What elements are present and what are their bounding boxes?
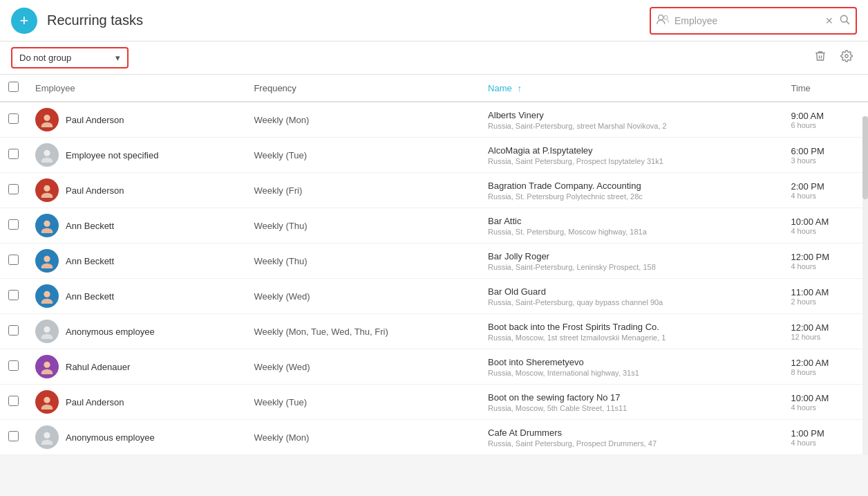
employee-search-input[interactable] [674, 15, 820, 26]
frequency-cell: Weekly (Tue) [245, 138, 480, 173]
avatar [35, 284, 59, 308]
time-value: 12:00 PM [791, 252, 860, 262]
sort-arrow-icon: ↑ [517, 83, 522, 93]
employee-name-label: Paul Anderson [66, 397, 124, 407]
employee-cell: Anonymous employee [35, 425, 237, 449]
name-cell[interactable]: Bagration Trade Company. AccountingRussi… [480, 173, 782, 208]
employee-name-label: Employee not specified [66, 150, 158, 160]
svg-point-18 [41, 334, 53, 339]
row-checkbox[interactable] [8, 325, 19, 336]
task-name: Cafe At Drummers [488, 428, 774, 438]
svg-point-12 [41, 228, 53, 233]
name-cell[interactable]: Boot into SheremetyevoRussia, Moscow, In… [480, 349, 782, 385]
name-cell[interactable]: Bar Old GuardRussia, Saint-Petersburg, q… [480, 279, 782, 314]
select-all-checkbox[interactable] [8, 82, 19, 92]
delete-button[interactable] [810, 47, 831, 68]
task-address: Russia, Saint-Petersburg, street Marshal… [488, 122, 774, 130]
frequency-cell: Weekly (Mon) [245, 102, 480, 138]
add-button[interactable]: + [11, 8, 37, 34]
svg-point-19 [44, 362, 50, 368]
scrollbar-track[interactable] [862, 116, 868, 455]
table-row: Anonymous employeeWeekly (Mon, Tue, Wed,… [0, 314, 868, 349]
time-value: 11:00 AM [791, 287, 860, 297]
svg-point-15 [44, 291, 50, 297]
svg-point-9 [44, 185, 50, 192]
employee-name-label: Anonymous employee [66, 432, 155, 443]
name-cell[interactable]: Bar AtticRussia, St. Petersburg, Moscow … [480, 208, 782, 244]
avatar [35, 108, 59, 131]
header: + Recurring tasks ✕ [0, 0, 868, 42]
frequency-cell: Weekly (Mon, Tue, Wed, Thu, Fri) [245, 314, 480, 349]
table-row: Paul AndersonWeekly (Fri)Bagration Trade… [0, 173, 868, 208]
time-cell: 6:00 PM3 hours [782, 138, 868, 173]
plus-icon: + [20, 12, 29, 30]
employee-cell: Paul Anderson [35, 108, 237, 131]
svg-point-1 [664, 15, 668, 19]
employee-cell: Paul Anderson [35, 390, 237, 414]
row-checkbox[interactable] [8, 360, 19, 371]
avatar [35, 178, 59, 202]
duration-value: 4 hours [791, 192, 860, 200]
name-cell[interactable]: Bar Jolly RogerRussia, Saint-Petersburg,… [480, 244, 782, 279]
main-wrapper: Employee Frequency Name ↑ Time Paul Ande… [0, 75, 868, 455]
recurring-tasks-table: Employee Frequency Name ↑ Time Paul Ande… [0, 75, 868, 455]
group-select[interactable]: Do not group ▾ [11, 47, 129, 68]
name-cell[interactable]: Boot on the sewing factory No 17Russia, … [480, 385, 782, 420]
name-cell[interactable]: Boot back into the Frost Spirits Trading… [480, 314, 782, 349]
task-name: Bar Old Guard [488, 286, 774, 297]
time-value: 1:00 PM [791, 428, 860, 439]
header-frequency: Frequency [245, 75, 480, 102]
task-address: Russia, Moscow, 5th Cable Street, 11s11 [488, 404, 774, 412]
scrollbar-thumb[interactable] [862, 116, 868, 199]
row-checkbox[interactable] [8, 219, 19, 230]
task-name: Bar Attic [488, 216, 774, 226]
row-checkbox[interactable] [8, 396, 19, 406]
row-checkbox[interactable] [8, 255, 19, 265]
toolbar-right [810, 47, 857, 68]
svg-point-16 [41, 299, 53, 304]
avatar [35, 355, 59, 378]
employee-name-label: Ann Beckett [66, 221, 114, 231]
duration-value: 6 hours [791, 121, 860, 129]
close-icon[interactable]: ✕ [825, 15, 833, 26]
employee-name-label: Paul Anderson [66, 185, 124, 196]
employee-name-label: Paul Anderson [66, 115, 124, 125]
search-icon[interactable] [839, 14, 850, 27]
task-name: Bar Jolly Roger [488, 251, 774, 261]
svg-point-10 [41, 193, 53, 198]
table-header-row: Employee Frequency Name ↑ Time [0, 75, 868, 102]
svg-point-14 [41, 264, 53, 268]
employee-cell: Ann Beckett [35, 249, 237, 273]
row-checkbox[interactable] [8, 184, 19, 194]
row-checkbox[interactable] [8, 149, 19, 159]
time-value: 12:00 AM [791, 358, 860, 368]
frequency-cell: Weekly (Thu) [245, 208, 480, 244]
avatar [35, 390, 59, 414]
settings-button[interactable] [836, 47, 857, 68]
svg-point-24 [41, 440, 53, 445]
name-cell[interactable]: Cafe At DrummersRussia, Saint Petersburg… [480, 420, 782, 455]
time-value: 12:00 AM [791, 322, 860, 333]
duration-value: 4 hours [791, 403, 860, 412]
task-address: Russia, Moscow, International highway, 3… [488, 369, 774, 377]
name-cell[interactable]: Alberts VineryRussia, Saint-Petersburg, … [480, 102, 782, 138]
table-row: Ann BeckettWeekly (Wed)Bar Old GuardRuss… [0, 279, 868, 314]
svg-point-7 [44, 150, 50, 156]
time-value: 2:00 PM [791, 181, 860, 192]
header-time: Time [782, 75, 868, 102]
name-cell[interactable]: AlcoMagia at P.IspytateleyRussia, Saint … [480, 138, 782, 173]
time-cell: 12:00 AM8 hours [782, 349, 868, 385]
employee-cell: Ann Beckett [35, 284, 237, 308]
frequency-cell: Weekly (Mon) [245, 420, 480, 455]
row-checkbox[interactable] [8, 431, 19, 441]
header-name[interactable]: Name ↑ [480, 75, 782, 102]
row-checkbox[interactable] [8, 113, 19, 124]
task-address: Russia, Saint Petersburg, Prospect Ispyt… [488, 157, 774, 165]
row-checkbox[interactable] [8, 290, 19, 300]
task-address: Russia, Saint-Petersburg, quay bypass ch… [488, 298, 774, 306]
page-title: Recurring tasks [47, 12, 640, 28]
task-name: Boot back into the Frost Spirits Trading… [488, 322, 774, 332]
time-value: 9:00 AM [791, 111, 860, 121]
table-row: Ann BeckettWeekly (Thu)Bar AtticRussia, … [0, 208, 868, 244]
employee-name-label: Anonymous employee [66, 327, 155, 337]
